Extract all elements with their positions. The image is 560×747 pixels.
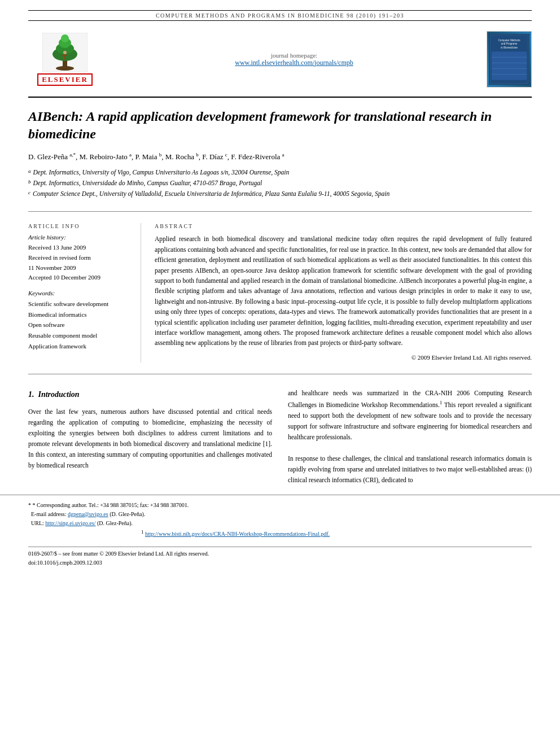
journal-top-bar: Computer Methods and Programs in Biomedi… xyxy=(28,10,532,21)
svg-point-7 xyxy=(63,51,67,54)
section-divider-1 xyxy=(28,211,532,212)
history-accepted: Accepted 10 December 2009 xyxy=(28,273,129,283)
authors-line: D. Glez-Peña a,*, M. Reboiro-Jato a, P. … xyxy=(28,152,532,161)
introduction-right-text-2: In response to these challenges, the cli… xyxy=(288,453,532,486)
keywords-list: Scientific software development Biomedic… xyxy=(28,299,129,351)
footnotes-section: * * Corresponding author. Tel.: +34 988 … xyxy=(0,495,560,539)
abstract-col: Abstract Applied research in both biomed… xyxy=(141,223,532,362)
article-title: AIBench: A rapid application development… xyxy=(28,108,532,143)
footnote-star-icon: * xyxy=(28,502,31,508)
url-person: (D. Glez-Peña). xyxy=(97,520,133,526)
history-received: Received 13 June 2009 xyxy=(28,243,129,253)
elsevier-tree-icon xyxy=(42,33,88,72)
affiliation-c: c Computer Science Dept., University of … xyxy=(28,189,532,199)
affil-text-a: Dept. Informatics, University of Vigo, C… xyxy=(33,168,290,177)
affiliations: a Dept. Informatics, University of Vigo,… xyxy=(28,168,532,199)
issn-text: 0169-2607/$ – see front matter © 2009 El… xyxy=(28,549,532,558)
author-sup-b1: b xyxy=(159,152,162,158)
bottom-bar: 0169-2607/$ – see front matter © 2009 El… xyxy=(28,547,532,567)
article-title-section: AIBench: A rapid application development… xyxy=(0,98,560,206)
journal-homepage: journal homepage: www.intl.elsevierhealt… xyxy=(102,52,487,67)
keyword-5: Application framework xyxy=(28,341,129,352)
section-divider-2 xyxy=(28,374,532,374)
affil-sup-c: c xyxy=(28,189,30,199)
abstract-text: Applied research in both biomedical disc… xyxy=(155,234,532,362)
journal-cover: Computer Methods and Programs in Biomedi… xyxy=(487,31,532,88)
history-revised-date: 11 November 2009 xyxy=(28,263,129,273)
journal-header: Computer Methods and Programs in Biomedi… xyxy=(0,0,560,98)
journal-homepage-url[interactable]: www.intl.elsevierhealth.com/journals/cmp… xyxy=(102,59,487,67)
header-logos-row: ELSEVIER journal homepage: www.intl.else… xyxy=(28,27,532,92)
page: Computer Methods and Programs in Biomedi… xyxy=(0,0,560,747)
introduction-title: 1. Introduction xyxy=(28,388,272,401)
author-sup-a3: a xyxy=(282,152,285,158)
keyword-1: Scientific software development xyxy=(28,299,129,309)
affil-text-b: Dept. Informatics, Universidade do Minho… xyxy=(33,178,262,188)
email-link[interactable]: dgpena@uvigo.es xyxy=(68,511,108,517)
affil-text-c: Computer Science Dept., University of Va… xyxy=(33,189,390,199)
svg-point-6 xyxy=(61,34,69,42)
doi-text: doi:10.1016/j.cmpb.2009.12.003 xyxy=(28,558,532,567)
introduction-right-text: and healthcare needs was summarized in t… xyxy=(288,388,532,443)
svg-rect-16 xyxy=(492,51,527,80)
abstract-header: Abstract xyxy=(155,223,532,229)
footnote-1-url[interactable]: http://www.bisti.nih.gov/docs/CRA-NIH-Wo… xyxy=(145,531,330,537)
introduction-two-col: 1. Introduction Over the last few years,… xyxy=(28,388,532,486)
section-number: 1. xyxy=(28,390,34,399)
footnote-corresponding-author: * * Corresponding author. Tel.: +34 988 … xyxy=(28,501,532,510)
history-revised-label: Received in revised form xyxy=(28,253,129,263)
footnote-1-line: 1 http://www.bisti.nih.gov/docs/CRA-NIH-… xyxy=(141,528,330,539)
section-title-text: Introduction xyxy=(38,390,80,399)
keyword-4: Reusable component model xyxy=(28,330,129,341)
footnote-ref-1: 1 xyxy=(440,400,443,405)
affil-sup-a: a xyxy=(28,168,31,177)
footnote-url-line: URL: http://sing.ei.uvigo.es/ (D. Glez-P… xyxy=(28,519,532,528)
introduction-section: 1. Introduction Over the last few years,… xyxy=(0,380,560,491)
article-history-label: Article history: xyxy=(28,234,129,241)
affiliation-b: b Dept. Informatics, Universidade do Min… xyxy=(28,178,532,188)
introduction-right-col: and healthcare needs was summarized in t… xyxy=(288,388,532,486)
svg-text:Computer Methods: Computer Methods xyxy=(498,39,521,42)
issn-line: 0169-2607/$ – see front matter © 2009 El… xyxy=(28,549,532,567)
footnote-email-line: E-mail address: dgpena@uvigo.es (D. Glez… xyxy=(28,510,532,519)
email-person: (D. Glez-Peña). xyxy=(110,511,145,517)
journal-homepage-label: journal homepage: xyxy=(102,52,487,59)
author-sup-a1: a,* xyxy=(69,152,76,158)
elsevier-logo: ELSEVIER xyxy=(28,33,102,86)
email-label: E-mail address: xyxy=(31,511,66,517)
keyword-2: Biomedical informatics xyxy=(28,309,129,320)
journal-cover-image: Computer Methods and Programs in Biomedi… xyxy=(487,34,531,85)
affiliation-a: a Dept. Informatics, University of Vigo,… xyxy=(28,168,532,177)
copyright-line: © 2009 Elsevier Ireland Ltd. All rights … xyxy=(155,353,532,363)
author-sup-c: c xyxy=(225,152,228,158)
keywords-section: Keywords: Scientific software developmen… xyxy=(28,290,129,351)
article-info-col: Article Info Article history: Received 1… xyxy=(28,223,141,362)
author-sup-a2: a xyxy=(129,152,132,158)
elsevier-brand-text: ELSEVIER xyxy=(37,73,93,86)
keywords-label: Keywords: xyxy=(28,290,129,296)
article-info-header: Article Info xyxy=(28,223,129,229)
abstract-paragraph: Applied research in both biomedical disc… xyxy=(155,234,532,348)
keyword-3: Open software xyxy=(28,320,129,330)
url-label: URL: xyxy=(31,520,44,526)
introduction-left-text: Over the last few years, numerous author… xyxy=(28,407,272,471)
url-link[interactable]: http://sing.ei.uvigo.es/ xyxy=(45,520,95,526)
article-history-dates: Received 13 June 2009 Received in revise… xyxy=(28,243,129,282)
svg-text:in Biomedicine: in Biomedicine xyxy=(501,46,518,49)
article-info-abstract-section: Article Info Article history: Received 1… xyxy=(0,217,560,368)
corresponding-author-text: * Corresponding author. Tel.: +34 988 38… xyxy=(33,502,189,508)
introduction-left-col: 1. Introduction Over the last few years,… xyxy=(28,388,272,486)
affil-sup-b: b xyxy=(28,178,31,188)
footnote-1-sup: 1 xyxy=(141,529,144,535)
svg-text:and Programs: and Programs xyxy=(501,42,518,45)
author-sup-b2: b xyxy=(196,152,199,158)
svg-point-2 xyxy=(56,66,74,71)
